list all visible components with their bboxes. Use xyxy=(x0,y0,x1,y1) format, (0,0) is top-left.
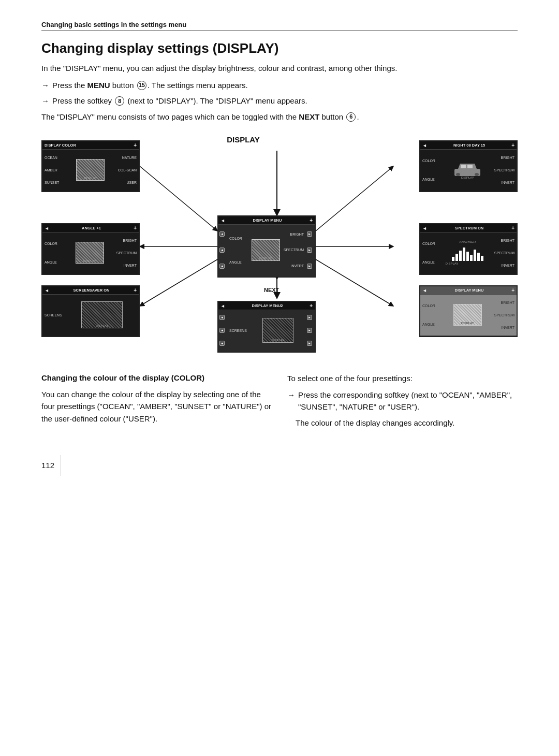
softkey-right-c: ► xyxy=(307,341,312,346)
center-graphic: DISPLAY xyxy=(443,295,492,335)
right-col: BRIGHTSPECTRUMINVERT xyxy=(492,232,517,273)
softkey-left-1: ◄ xyxy=(219,231,225,237)
softkey-left-a: ◄ xyxy=(219,315,225,320)
panel-display-color: DISPLAY COLOR + OCEANAMBERSUNSET DISPLAY… xyxy=(41,140,140,192)
center-graphic: DISPLAY xyxy=(250,310,306,351)
arrow-icon: → xyxy=(41,80,49,92)
left-col: COLORANGLE xyxy=(42,232,65,273)
softkey-right-1: ► xyxy=(307,231,312,237)
arrow-icon-2: → xyxy=(41,95,49,107)
left-column: Changing the colour of the display (COLO… xyxy=(41,372,272,434)
intro-paragraph-1: In the "DISPLAY" menu, you can adjust th… xyxy=(41,63,518,75)
right-col: BRIGHTSPECTRUMINVERT xyxy=(282,225,306,275)
analyser-bars xyxy=(452,244,483,261)
page-line xyxy=(61,455,61,476)
softkey-right-2: ► xyxy=(307,248,312,253)
panel-display-menu-r-title: DISPLAY MENU xyxy=(455,288,484,293)
right-col: BRIGHTSPECTRUMINVERT xyxy=(492,150,517,190)
panel-screensaver: ◄ SCREENSAVER ON + SCREENS DISPLAY xyxy=(41,285,140,337)
right-bullet: → Press the corresponding softkey (next … xyxy=(287,389,518,413)
panel-angle: ◄ ANGLE +1 + COLORANGLE DISPLAY BRIGHTSP… xyxy=(41,223,140,275)
panel-angle-title: ANGLE +1 xyxy=(82,226,101,230)
section-header: Changing basic settings in the settings … xyxy=(41,21,518,28)
page-title: Changing display settings (DISPLAY) xyxy=(41,40,518,56)
panel-display-menu2-title: DISPLAY MENU2 xyxy=(252,303,283,308)
right-column: To select one of the four presettings: →… xyxy=(287,372,518,434)
svg-rect-15 xyxy=(467,165,473,168)
left-col: SCREENS xyxy=(42,295,65,335)
left-col: COLORANGLE xyxy=(227,225,250,275)
bottom-section: Changing the colour of the display (COLO… xyxy=(41,372,518,434)
svg-line-8 xyxy=(316,259,393,306)
panel-display-menu2: ◄ DISPLAY MENU2 + ◄ ◄ ◄ SCREENS DISPLAY … xyxy=(217,301,316,353)
panel-night-day-title: NIGHT 08 DAY 15 xyxy=(453,143,485,148)
center-graphic: DISPLAY xyxy=(65,150,116,190)
left-col: OCEANAMBERSUNSET xyxy=(42,150,65,190)
center-graphic-car: DISPLAY xyxy=(443,150,492,190)
next-button-text: The "DISPLAY" menu consists of two pages… xyxy=(41,111,518,123)
panel-display-menu-right: ◄ DISPLAY MENU + COLORANGLE DISPLAY BRIG… xyxy=(419,285,518,337)
center-graphic: DISPLAY xyxy=(65,232,114,273)
bullet-softkey: → Press the softkey 8 (next to "DISPLAY"… xyxy=(41,95,518,107)
plus-icon: + xyxy=(134,142,137,148)
softkey-right-3: ► xyxy=(307,264,312,269)
arrow-icon-3: → xyxy=(287,389,295,401)
center-graphic: DISPLAY xyxy=(250,225,282,275)
svg-rect-14 xyxy=(461,165,466,168)
right-bullet-text: Press the corresponding softkey (next to… xyxy=(298,389,518,413)
right-intro: To select one of the four presettings: xyxy=(287,372,518,384)
color-description: You can change the colour of the display… xyxy=(41,388,272,425)
center-analyser: ANALYSER DISPLAY xyxy=(443,232,492,273)
svg-line-6 xyxy=(316,166,393,231)
softkey-left-3: ◄ xyxy=(219,264,225,269)
left-col: COLORANGLE xyxy=(420,295,443,335)
softkey-left-2: ◄ xyxy=(219,248,225,253)
panel-spectrum-title: SPECTRUM ON xyxy=(455,226,483,230)
svg-rect-12 xyxy=(456,173,460,176)
softkey-left-c: ◄ xyxy=(219,341,225,346)
softkey-left-b: ◄ xyxy=(219,328,225,333)
left-col: COLORANGLE xyxy=(420,232,443,273)
panel-night-day: ◄ NIGHT 08 DAY 15 + COLORANGLE xyxy=(419,140,518,192)
right-col: BRIGHTSPECTRUMINVERT xyxy=(114,232,139,273)
softkey-right-b: ► xyxy=(307,328,312,333)
color-heading: Changing the colour of the display (COLO… xyxy=(41,372,272,383)
panel-display-color-title: DISPLAY COLOR xyxy=(45,143,76,148)
display-label: DISPLAY xyxy=(222,135,265,144)
left-col: COLORANGLE xyxy=(420,150,443,190)
center-graphic: DISPLAY xyxy=(65,295,139,335)
svg-line-5 xyxy=(140,259,217,306)
panel-spectrum-on: ◄ SPECTRUM ON + COLORANGLE ANALYSER xyxy=(419,223,518,275)
right-col: NATURECOL-SCANUSER xyxy=(116,150,139,190)
next-label: NEXT xyxy=(264,287,279,293)
svg-rect-13 xyxy=(475,173,479,176)
panel-display-menu-center: ◄ DISPLAY MENU + ◄ ◄ ◄ COLORANGLE DISPLA… xyxy=(217,215,316,278)
svg-line-3 xyxy=(140,166,217,231)
right-col: BRIGHTSPECTRUMINVERT xyxy=(492,295,517,335)
right-p2: The colour of the display changes accord… xyxy=(296,417,518,429)
page-number: 112 xyxy=(41,461,54,470)
section-divider xyxy=(41,31,518,31)
panel-display-menu-title: DISPLAY MENU xyxy=(253,218,282,223)
left-col: SCREENS xyxy=(227,310,250,351)
panel-screensaver-title: SCREENSAVER ON xyxy=(73,288,110,293)
softkey-right-a: ► xyxy=(307,315,312,320)
diagram-area: DISPLAY DISPLAY COLOR + OCEANAMBERSUNSET… xyxy=(41,135,518,358)
bullet-menu: → Press the MENU button 15. The settings… xyxy=(41,80,518,92)
